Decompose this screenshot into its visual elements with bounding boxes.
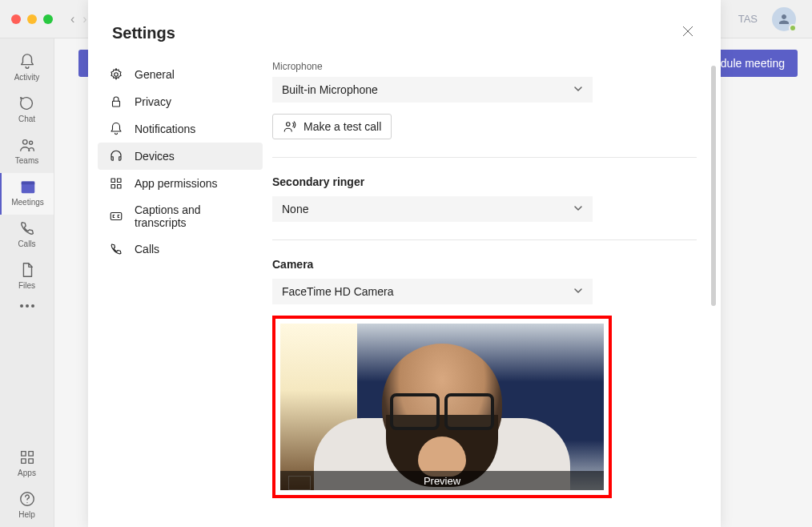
forward-button[interactable]: › [82,12,86,26]
camera-head: Camera [272,258,697,271]
microphone-label: Microphone [272,61,697,72]
nav-calls[interactable]: Calls [98,235,263,263]
svg-rect-5 [28,452,33,457]
nav-captions[interactable]: Captions and transcripts [98,197,263,235]
svg-point-1 [29,141,32,144]
app-rail: Activity Chat Teams Meetings Calls Files… [0,38,54,527]
rail-calls[interactable]: Calls [0,215,54,256]
nav-privacy[interactable]: Privacy [98,88,263,115]
nav-app-permissions[interactable]: App permissions [98,170,263,197]
rail-chat[interactable]: Chat [0,90,54,131]
rail-meetings[interactable]: Meetings [0,173,54,215]
file-icon [18,261,36,279]
svg-rect-4 [21,452,26,457]
svg-rect-13 [111,185,115,189]
settings-nav: General Privacy Notifications Devices Ap… [88,54,272,527]
secondary-ringer-head: Secondary ringer [272,175,697,188]
avatar-person-icon [777,12,791,26]
camera-preview: Preview [280,324,604,490]
close-button[interactable] [679,22,697,43]
people-icon [18,136,36,154]
minimize-window-icon[interactable] [27,14,37,24]
svg-rect-15 [111,213,122,220]
settings-content: Microphone Built-in Microphone Make a te… [272,54,721,527]
apps-icon [18,449,36,466]
chevron-down-icon [573,285,583,298]
chevron-down-icon [573,203,583,215]
secondary-ringer-select[interactable]: None [272,196,593,222]
svg-point-9 [115,73,119,77]
bell-icon [109,122,123,136]
divider [272,157,697,158]
phone-icon [109,242,123,256]
svg-rect-3 [21,182,34,185]
settings-title: Settings [112,24,175,42]
nav-general[interactable]: General [98,61,263,88]
svg-rect-11 [111,179,115,183]
scrollbar[interactable] [711,54,716,527]
avatar[interactable] [772,7,796,31]
rail-apps[interactable]: Apps [0,444,54,485]
phone-icon [18,219,36,237]
presence-available-icon [789,24,797,32]
bell-icon [18,53,36,70]
window-controls[interactable] [11,14,53,24]
calendar-icon [19,178,37,195]
make-test-call-button[interactable]: Make a test call [272,114,392,139]
divider [272,239,697,240]
gear-icon [109,67,123,82]
user-initials: TAS [738,13,758,25]
rail-teams[interactable]: Teams [0,131,54,173]
rail-help[interactable]: Help [0,485,54,527]
grid-icon [109,176,123,191]
scrollbar-thumb[interactable] [711,66,716,306]
rail-files[interactable]: Files [0,256,54,298]
nav-back-forward: ‹ › [70,12,87,26]
settings-modal: Settings General Privacy Notifications D… [88,0,721,527]
nav-devices[interactable]: Devices [98,143,263,170]
schedule-meeting-button[interactable]: dule meeting [708,50,798,77]
test-call-icon [283,119,297,134]
chevron-down-icon [573,83,583,96]
back-button[interactable]: ‹ [70,12,74,26]
svg-rect-12 [118,179,122,183]
rail-more[interactable] [20,304,34,308]
svg-point-0 [22,140,27,145]
svg-rect-7 [28,459,33,464]
svg-rect-14 [118,185,122,189]
captions-icon [109,209,123,223]
headset-icon [109,149,123,163]
lock-icon [109,95,123,109]
camera-preview-highlight: Preview [272,316,612,498]
rail-activity[interactable]: Activity [0,48,54,90]
svg-point-16 [287,123,291,127]
nav-notifications[interactable]: Notifications [98,115,263,143]
svg-rect-10 [113,101,120,107]
help-icon [18,490,36,508]
close-window-icon[interactable] [11,14,21,24]
close-icon [682,26,693,37]
camera-select[interactable]: FaceTime HD Camera [272,279,593,304]
maximize-window-icon[interactable] [43,14,53,24]
preview-label: Preview [280,471,604,490]
microphone-select[interactable]: Built-in Microphone [272,77,593,103]
svg-rect-6 [21,459,26,464]
chat-icon [18,95,36,112]
